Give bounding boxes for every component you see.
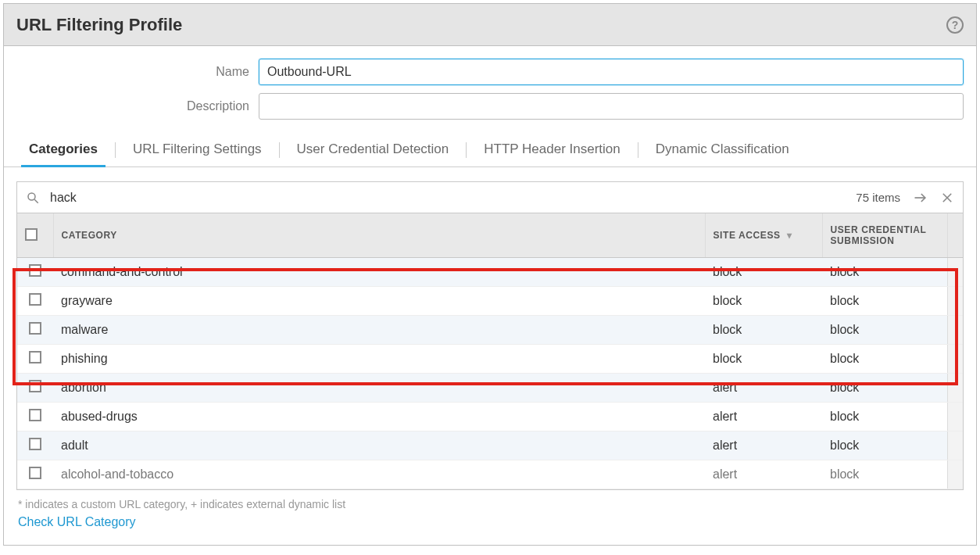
scrollbar-cell[interactable] [947, 258, 963, 287]
category-table: CATEGORY SITE ACCESS ▾ USER CREDENTIAL S… [17, 213, 963, 489]
search-input[interactable] [45, 188, 846, 208]
svg-point-0 [28, 193, 35, 200]
row-checkbox-cell [17, 316, 53, 345]
category-header[interactable]: CATEGORY [53, 213, 705, 258]
site-access-cell[interactable]: alert [705, 403, 822, 431]
tab-categories[interactable]: Categories [16, 134, 110, 166]
scrollbar-cell[interactable] [947, 374, 963, 403]
scrollbar-cell[interactable] [947, 345, 963, 374]
scrollbar-cell[interactable] [947, 316, 963, 345]
row-checkbox[interactable] [29, 409, 41, 421]
category-cell: abortion [53, 374, 705, 403]
name-label: Name [16, 65, 259, 79]
scrollbar-header [947, 213, 963, 258]
scrollbar-cell[interactable] [947, 431, 963, 460]
select-all-checkbox[interactable] [25, 228, 38, 241]
tab-user-credential-detection[interactable]: User Credential Detection [284, 134, 462, 166]
items-count: 75 items [851, 191, 905, 204]
chevron-down-icon: ▾ [787, 230, 792, 241]
category-cell: malware [53, 316, 705, 345]
description-label: Description [16, 99, 259, 113]
row-checkbox-cell [17, 345, 53, 374]
table-row[interactable]: adultalertblock [17, 431, 963, 460]
site-access-cell[interactable]: block [705, 287, 822, 316]
table-row[interactable]: command-and-controlblockblock [17, 258, 963, 287]
dialog-title: URL Filtering Profile [16, 15, 182, 35]
site-access-cell[interactable]: block [705, 345, 822, 374]
category-cell: alcohol-and-tobacco [53, 460, 705, 489]
site-access-cell[interactable]: block [705, 258, 822, 287]
row-checkbox-cell [17, 460, 53, 489]
svg-line-1 [34, 199, 38, 203]
user-credential-cell[interactable]: block [822, 258, 947, 287]
footnote: * indicates a custom URL category, + ind… [4, 493, 976, 512]
category-header-label: CATEGORY [62, 230, 117, 241]
search-icon [25, 190, 41, 206]
name-row: Name [16, 59, 964, 85]
user-credential-cell[interactable]: block [822, 460, 947, 489]
row-checkbox[interactable] [29, 293, 41, 306]
search-row: 75 items [17, 182, 963, 213]
site-access-cell[interactable]: alert [705, 374, 822, 403]
clear-search-icon[interactable] [936, 187, 958, 209]
row-checkbox-cell [17, 258, 53, 287]
tab-separator [638, 142, 638, 158]
site-access-cell[interactable]: alert [705, 460, 822, 489]
row-checkbox-cell [17, 431, 53, 460]
table-row[interactable]: phishingblockblock [17, 345, 963, 374]
scrollbar-cell[interactable] [947, 460, 963, 489]
site-access-header-label: SITE ACCESS [714, 230, 781, 241]
table-row[interactable]: graywareblockblock [17, 287, 963, 316]
category-cell: phishing [53, 345, 705, 374]
scrollbar-cell[interactable] [947, 403, 963, 431]
tab-separator [466, 142, 467, 158]
category-cell: command-and-control [53, 258, 705, 287]
row-checkbox[interactable] [29, 264, 41, 277]
row-checkbox[interactable] [29, 438, 41, 450]
user-credential-cell[interactable]: block [822, 431, 947, 460]
form-area: Name Description [4, 46, 976, 134]
row-checkbox-cell [17, 287, 53, 316]
category-table-container: 75 items CATEGORY SITE ACCESS [16, 181, 964, 490]
row-checkbox-cell [17, 374, 53, 403]
tab-separator [115, 142, 116, 158]
category-cell: grayware [53, 287, 705, 316]
user-credential-cell[interactable]: block [822, 287, 947, 316]
url-filtering-profile-dialog: URL Filtering Profile ? Name Description… [3, 3, 977, 546]
tab-dynamic-classification[interactable]: Dynamic Classification [643, 134, 802, 166]
check-url-category-link[interactable]: Check URL Category [4, 512, 976, 545]
site-access-cell[interactable]: alert [705, 431, 822, 460]
tabs: Categories URL Filtering Settings User C… [4, 134, 976, 167]
dialog-header: URL Filtering Profile ? [4, 4, 976, 46]
row-checkbox[interactable] [29, 322, 41, 335]
user-credential-cell[interactable]: block [822, 403, 947, 431]
user-credential-header[interactable]: USER CREDENTIAL SUBMISSION [822, 213, 947, 258]
site-access-header[interactable]: SITE ACCESS ▾ [705, 213, 822, 258]
description-row: Description [16, 93, 964, 120]
row-checkbox[interactable] [29, 380, 41, 392]
tab-url-filtering-settings[interactable]: URL Filtering Settings [120, 134, 274, 166]
category-cell: abused-drugs [53, 403, 705, 431]
row-checkbox[interactable] [29, 467, 41, 479]
scrollbar-cell[interactable] [947, 287, 963, 316]
tab-http-header-insertion[interactable]: HTTP Header Insertion [471, 134, 632, 166]
description-input[interactable] [259, 93, 964, 120]
category-cell: adult [53, 431, 705, 460]
tab-separator [279, 142, 280, 158]
row-checkbox-cell [17, 403, 53, 431]
table-row[interactable]: abused-drugsalertblock [17, 403, 963, 431]
apply-search-icon[interactable] [910, 187, 932, 209]
user-credential-cell[interactable]: block [822, 316, 947, 345]
select-all-header [17, 213, 53, 258]
row-checkbox[interactable] [29, 351, 41, 363]
table-row[interactable]: abortionalertblock [17, 374, 963, 403]
table-row[interactable]: malwareblockblock [17, 316, 963, 345]
help-icon[interactable]: ? [946, 16, 964, 34]
table-header-row: CATEGORY SITE ACCESS ▾ USER CREDENTIAL S… [17, 213, 963, 258]
user-credential-header-label: USER CREDENTIAL SUBMISSION [831, 224, 927, 246]
user-credential-cell[interactable]: block [822, 374, 947, 403]
site-access-cell[interactable]: block [705, 316, 822, 345]
user-credential-cell[interactable]: block [822, 345, 947, 374]
name-input[interactable] [259, 59, 964, 85]
table-row[interactable]: alcohol-and-tobaccoalertblock [17, 460, 963, 489]
